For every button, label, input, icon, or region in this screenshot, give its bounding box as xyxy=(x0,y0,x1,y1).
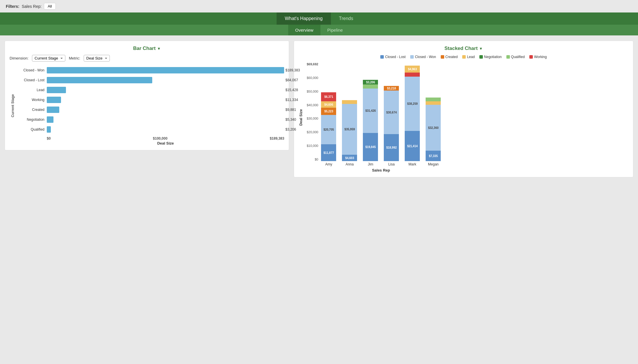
stacked-segment: $4,963 xyxy=(405,66,420,73)
stacked-bars-area: $11,877$20,705$5,223$4,606$6,371$4,603$3… xyxy=(321,66,441,161)
stacked-segment: $3,218 xyxy=(384,86,399,91)
dimension-select[interactable]: Current Stage xyxy=(32,55,65,62)
stacked-segment xyxy=(426,98,441,101)
bar-y-axis-label: Current Stage xyxy=(10,66,15,145)
legend-label: Created xyxy=(445,55,458,59)
sub-nav: Overview Pipeline xyxy=(0,25,638,35)
legend-item: Created xyxy=(441,55,458,59)
stacked-segment: $6,371 xyxy=(321,92,336,101)
bar-outer: $3,206 xyxy=(47,126,284,133)
stacked-col: $21,414$38,259$4,963 xyxy=(405,66,420,161)
metric-select[interactable]: Deal Size xyxy=(84,55,110,62)
stacked-col: $11,877$20,705$5,223$4,606$6,371 xyxy=(321,92,336,161)
y-axis-tick: $60,000 xyxy=(305,76,318,80)
tab-whats-happening[interactable]: What's Happening xyxy=(277,12,331,25)
stacked-col: $7,335$32,360 xyxy=(426,98,441,161)
bar-outer: $189,383 xyxy=(47,67,284,73)
legend-item: Working xyxy=(529,55,547,59)
filters-label: Filters: xyxy=(6,4,19,9)
bar-row: Qualified$3,206 xyxy=(18,125,284,134)
stacked-chart-card: Stacked Chart ▼ Closed - LostClosed - Wo… xyxy=(294,41,633,177)
bar-fill xyxy=(47,77,152,83)
legend-color xyxy=(529,55,533,59)
bar-value: $15,428 xyxy=(285,88,298,92)
stacked-x-label: Anna xyxy=(342,162,357,166)
tab-overview[interactable]: Overview xyxy=(288,25,320,35)
stacked-col: $4,603$35,959 xyxy=(342,100,357,161)
bar-chart-card: Bar Chart ▼ Dimension: Current Stage Met… xyxy=(5,41,289,150)
bar-fill xyxy=(47,67,284,73)
bar-fill xyxy=(47,107,59,113)
bar-fill xyxy=(47,126,51,133)
legend-label: Negotiation xyxy=(484,55,502,59)
stacked-segment xyxy=(426,101,441,105)
stacked-x-labels: AmyAnnaJimLisaMarkMegan xyxy=(321,161,441,166)
stacked-y-axis-label: Deal Size xyxy=(299,109,303,126)
stacked-col: $19,845$31,426$3,206 xyxy=(363,80,378,161)
bar-label: Negotiation xyxy=(18,118,47,122)
stacked-segment: $32,360 xyxy=(426,105,441,151)
filter-bar: Filters: Sales Rep: All xyxy=(0,0,638,12)
tab-trends[interactable]: Trends xyxy=(331,12,361,25)
y-axis-tick: $50,000 xyxy=(305,90,318,93)
bar-chart-controls: Dimension: Current Stage Metric: Deal Si… xyxy=(10,55,284,62)
stacked-segment: $7,335 xyxy=(426,151,441,161)
top-nav: What's Happening Trends xyxy=(0,12,638,25)
stacked-segment xyxy=(342,100,357,104)
sales-rep-filter-button[interactable]: All xyxy=(44,3,55,10)
stacked-segment xyxy=(363,84,378,89)
stacked-segment: $18,992 xyxy=(384,134,399,161)
bar-value: $189,383 xyxy=(285,68,300,72)
x-axis-tick: $0 xyxy=(47,136,51,140)
stacked-segment xyxy=(405,73,420,77)
legend-label: Closed - Lost xyxy=(385,55,406,59)
bar-outer: $15,428 xyxy=(47,87,284,93)
stacked-segment: $11,877 xyxy=(321,144,336,161)
stacked-segment: $3,206 xyxy=(363,80,378,84)
bar-row: Lead$15,428 xyxy=(18,86,284,94)
y-axis-tick: $69,692 xyxy=(305,62,318,66)
bar-chart-dropdown-arrow: ▼ xyxy=(157,46,161,51)
stacked-x-label: Jim xyxy=(363,162,378,166)
legend-item: Negotiation xyxy=(479,55,502,59)
bar-label: Qualified xyxy=(18,127,47,131)
bar-value: $3,206 xyxy=(285,127,296,131)
stacked-segment: $4,603 xyxy=(342,155,357,161)
y-axis-tick: $30,000 xyxy=(305,117,318,120)
legend-item: Closed - Lost xyxy=(380,55,406,59)
stacked-x-axis-label: Sales Rep xyxy=(321,168,441,172)
bar-value: $84,067 xyxy=(285,78,298,82)
bar-chart-title[interactable]: Bar Chart ▼ xyxy=(10,46,284,51)
y-axis-tick: $20,000 xyxy=(305,130,318,134)
legend-label: Working xyxy=(534,55,547,59)
stacked-chart-title[interactable]: Stacked Chart ▼ xyxy=(299,46,628,51)
stacked-x-label: Lisa xyxy=(384,162,399,166)
bar-row: Closed - Lost$84,067 xyxy=(18,76,284,84)
bar-value: $9,881 xyxy=(285,108,296,112)
bar-label: Lead xyxy=(18,88,47,92)
bar-outer: $84,067 xyxy=(47,77,284,83)
stacked-col: $18,992$30,674$3,218 xyxy=(384,86,399,161)
x-axis-tick: $100,000 xyxy=(153,136,167,140)
bar-fill xyxy=(47,97,61,103)
charts-container: Bar Chart ▼ Dimension: Current Stage Met… xyxy=(0,36,638,182)
bar-fill xyxy=(47,87,66,93)
legend-item: Closed - Won xyxy=(410,55,436,59)
stacked-segment: $4,606 xyxy=(321,101,336,108)
legend-item: Lead xyxy=(462,55,475,59)
legend-color xyxy=(506,55,510,59)
bar-x-axis-ticks: $0$100,000$189,383 xyxy=(47,135,284,140)
legend-color xyxy=(410,55,414,59)
stacked-x-label: Megan xyxy=(426,162,441,166)
legend-label: Closed - Won xyxy=(415,55,436,59)
stacked-segment: $19,845 xyxy=(363,133,378,161)
legend-item: Qualified xyxy=(506,55,525,59)
bar-label: Created xyxy=(18,108,47,112)
bar-row: Working$11,334 xyxy=(18,96,284,104)
bar-label: Closed - Won xyxy=(18,68,47,72)
stacked-segment: $21,414 xyxy=(405,131,420,161)
tab-pipeline[interactable]: Pipeline xyxy=(320,25,350,35)
stacked-x-label: Amy xyxy=(321,162,336,166)
stacked-segment: $5,223 xyxy=(321,108,336,115)
sales-rep-label: Sales Rep: xyxy=(22,4,42,9)
